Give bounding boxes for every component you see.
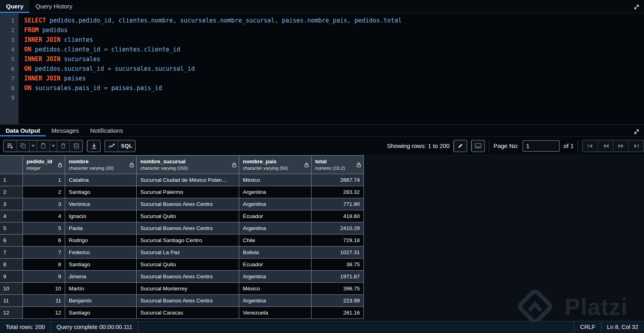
sql-macro-button[interactable]: SQL: [118, 140, 135, 152]
cell-total[interactable]: 396.75: [312, 283, 364, 295]
cell-nombre[interactable]: Catalina: [65, 174, 137, 186]
cell-pedido_id[interactable]: 2: [23, 186, 65, 198]
row-number-cell[interactable]: 6: [0, 234, 23, 247]
cell-nombre_sucursal[interactable]: Sucursal Buenos Aires Centro: [137, 271, 239, 283]
sql-line[interactable]: INNER JOIN sucursales: [24, 54, 644, 64]
cell-nombre_sucursal[interactable]: Sucursal Buenos Aires Centro: [137, 198, 239, 210]
row-number-cell[interactable]: 3: [0, 198, 23, 210]
copy-button[interactable]: [16, 140, 29, 152]
cell-nombre[interactable]: Paola: [65, 222, 137, 234]
delete-row-button[interactable]: [57, 140, 70, 152]
cell-pedido_id[interactable]: 4: [23, 210, 65, 222]
cell-total[interactable]: 418.60: [312, 210, 364, 222]
graph-visualiser-button[interactable]: [105, 140, 118, 152]
cell-nombre_pais[interactable]: Bolivia: [239, 247, 312, 259]
row-number-cell[interactable]: 8: [0, 259, 23, 271]
row-number-cell[interactable]: 2: [0, 186, 23, 198]
tab-messages[interactable]: Messages: [46, 125, 84, 136]
sql-code[interactable]: SELECT pedidos.pedido_id, clientes.nombr…: [18, 13, 644, 124]
row-number-cell[interactable]: 9: [0, 271, 23, 283]
save-data-changes-button[interactable]: [70, 140, 82, 152]
sql-line[interactable]: SELECT pedidos.pedido_id, clientes.nombr…: [24, 16, 644, 25]
cell-nombre_pais[interactable]: Argentina: [239, 222, 312, 234]
cell-nombre_pais[interactable]: Ecuador: [239, 210, 312, 222]
row-number-cell[interactable]: 12: [0, 307, 23, 319]
cell-nombre_sucursal[interactable]: Sucursal La Paz: [137, 247, 239, 259]
cell-nombre_sucursal[interactable]: Sucursal Palermo: [137, 186, 239, 198]
cell-nombre_sucursal[interactable]: Sucursal Monterrey: [137, 283, 239, 295]
cell-nombre[interactable]: Santiago: [65, 307, 137, 319]
cursor-position-status[interactable]: Ln 8, Col 32: [601, 321, 644, 333]
cell-nombre_pais[interactable]: México: [239, 283, 312, 295]
column-header-total[interactable]: totalnumeric (10,2): [312, 156, 364, 174]
paste-options-button[interactable]: [49, 140, 57, 152]
row-number-cell[interactable]: 4: [0, 210, 23, 222]
cell-nombre[interactable]: Santiago: [65, 186, 137, 198]
cell-nombre_pais[interactable]: Argentina: [239, 198, 312, 210]
sql-line[interactable]: ON pedidos.cliente_id = clientes.cliente…: [24, 45, 644, 54]
grid-options-button[interactable]: [472, 140, 484, 152]
column-header-nombre[interactable]: nombrecharacter varying (30): [65, 156, 137, 174]
cell-nombre_pais[interactable]: Venezuela: [239, 307, 312, 319]
paste-button[interactable]: [37, 140, 49, 152]
cell-pedido_id[interactable]: 6: [23, 234, 65, 247]
cell-nombre[interactable]: Benjamín: [65, 295, 137, 307]
cell-total[interactable]: 38.75: [312, 259, 364, 271]
cell-nombre[interactable]: Santiago: [65, 259, 137, 271]
sql-line[interactable]: INNER JOIN paises: [24, 74, 644, 83]
cell-nombre[interactable]: Federico: [65, 247, 137, 259]
cell-nombre_sucursal[interactable]: Sucursal Quito: [137, 210, 239, 222]
cell-pedido_id[interactable]: 3: [23, 198, 65, 210]
download-results-button[interactable]: [87, 140, 100, 152]
cell-total[interactable]: 261.16: [312, 307, 364, 319]
cell-nombre[interactable]: Martín: [65, 283, 137, 295]
tab-data-output[interactable]: Data Output: [0, 125, 46, 136]
next-page-button[interactable]: [613, 140, 628, 152]
cell-nombre[interactable]: Jimena: [65, 271, 137, 283]
cell-nombre_sucursal[interactable]: Sucursal Buenos Aires Centro: [137, 295, 239, 307]
cell-total[interactable]: 771.90: [312, 198, 364, 210]
cell-nombre_pais[interactable]: Ecuador: [239, 259, 312, 271]
expand-results-icon[interactable]: [632, 127, 641, 136]
cell-nombre[interactable]: Rodrigo: [65, 234, 137, 247]
add-row-button[interactable]: [4, 140, 16, 152]
cell-pedido_id[interactable]: 12: [23, 307, 65, 319]
cell-nombre[interactable]: Ignacio: [65, 210, 137, 222]
tab-query[interactable]: Query: [0, 0, 29, 13]
cell-nombre_pais[interactable]: Argentina: [239, 295, 312, 307]
cell-nombre[interactable]: Verónica: [65, 198, 137, 210]
cell-nombre_pais[interactable]: Argentina: [239, 271, 312, 283]
cell-nombre_pais[interactable]: Argentina: [239, 186, 312, 198]
cell-total[interactable]: 1027.31: [312, 247, 364, 259]
cell-pedido_id[interactable]: 9: [23, 271, 65, 283]
cell-pedido_id[interactable]: 7: [23, 247, 65, 259]
column-header-pedido_id[interactable]: pedido_idinteger: [23, 156, 65, 174]
expand-editor-icon[interactable]: [632, 2, 641, 11]
cell-nombre_sucursal[interactable]: Sucursal Quito: [137, 259, 239, 271]
sql-line[interactable]: FROM pedidos: [24, 25, 644, 35]
sql-editor[interactable]: 123456789 SELECT pedidos.pedido_id, clie…: [0, 13, 644, 124]
row-number-cell[interactable]: 7: [0, 247, 23, 259]
cell-total[interactable]: 729.18: [312, 234, 364, 247]
cell-total[interactable]: 223.99: [312, 295, 364, 307]
tab-notifications[interactable]: Notifications: [84, 125, 129, 136]
cell-total[interactable]: 2667.74: [312, 174, 364, 186]
first-page-button[interactable]: [582, 140, 598, 152]
sql-line[interactable]: ON sucursales.pais_id = paises.pais_id: [24, 83, 644, 93]
cell-nombre_sucursal[interactable]: Sucursal Buenos Aires Centro: [137, 222, 239, 234]
last-page-button[interactable]: [628, 140, 644, 152]
copy-options-button[interactable]: [29, 140, 37, 152]
row-number-cell[interactable]: 10: [0, 283, 23, 295]
previous-page-button[interactable]: [598, 140, 613, 152]
cell-total[interactable]: 283.32: [312, 186, 364, 198]
cell-nombre_sucursal[interactable]: Sucursal Santiago Centro: [137, 234, 239, 247]
sql-line[interactable]: ON pedidos.sucursal_id = sucursales.sucu…: [24, 64, 644, 74]
row-number-cell[interactable]: 5: [0, 222, 23, 234]
sql-line[interactable]: INNER JOIN clientes: [24, 35, 644, 45]
cell-pedido_id[interactable]: 11: [23, 295, 65, 307]
cell-total[interactable]: 1971.87: [312, 271, 364, 283]
cell-total[interactable]: 2410.29: [312, 222, 364, 234]
tab-query-history[interactable]: Query History: [29, 0, 78, 13]
column-header-nombre_sucursal[interactable]: nombre_sucursalcharacter varying (150): [137, 156, 239, 174]
column-header-nombre_pais[interactable]: nombre_paischaracter varying (50): [239, 156, 312, 174]
